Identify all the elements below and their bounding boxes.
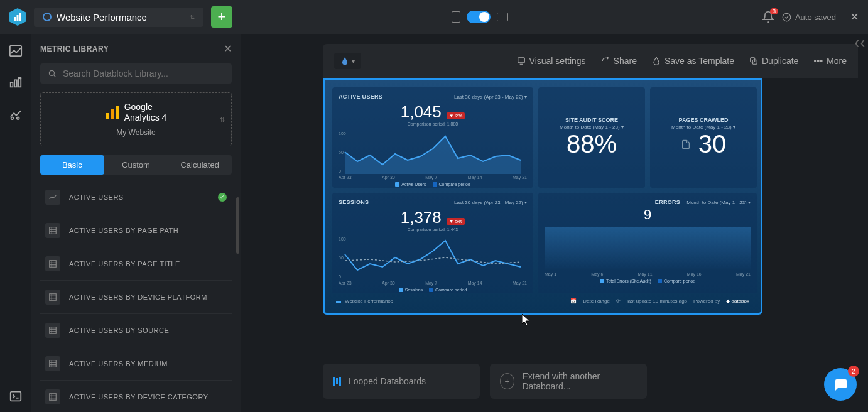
rail-users-icon[interactable] [9,107,23,121]
comparison-text: Comparison period: 1,443 [339,227,527,232]
period-selector[interactable]: Month to Date (May 1 - 23) ▾ [671,124,735,130]
notifications-button[interactable]: 3 [762,11,774,23]
extend-databoard-button[interactable]: + Extend with another Databoard... [490,364,647,399]
project-name-text: Website Performance [57,12,147,23]
metric-tabs: Basic Custom Calculated [40,155,232,175]
updown-icon: ⇅ [190,14,195,21]
board-toolbar: ▾ Visual settings Share Save as Template… [323,44,858,78]
chevron-down-icon: ▾ [352,58,355,65]
metric-item[interactable]: ACTIVE USERS BY PAGE TITLE [40,247,232,281]
bars-icon: ▬ [336,298,341,304]
app-logo[interactable] [9,8,26,26]
board-footer: ▬ Website Performance 📅 Date Range ⟳ las… [332,293,753,305]
databoard[interactable]: ACTIVE USERS Last 30 days (Apr 23 - May … [323,78,762,315]
source-product: Analytics 4 [124,112,167,123]
chat-button[interactable]: 2 [824,368,857,401]
share-button[interactable]: Share [601,56,637,66]
svg-rect-31 [50,360,57,367]
table-icon [45,256,60,271]
card-active-users[interactable]: ACTIVE USERS Last 30 days (Apr 23 - May … [332,87,533,188]
tab-basic[interactable]: Basic [40,155,104,175]
period-selector[interactable]: Last 30 days (Apr 23 - May 22) ▾ [454,200,527,205]
notif-badge: 3 [770,8,778,14]
svg-rect-15 [50,227,57,234]
metric-library-panel: METRIC LIBRARY ✕ Google Analytics 4 My W… [31,34,241,412]
table-icon [45,356,60,371]
svg-rect-1 [17,15,19,21]
card-sessions[interactable]: SESSIONS Last 30 days (Apr 23 - May 22) … [332,193,533,293]
rail-metrics-icon[interactable] [9,44,23,58]
metric-item[interactable]: ACTIVE USERS ✓ [40,181,232,214]
svg-text:100: 100 [339,237,346,241]
close-button[interactable]: ✕ [850,10,859,24]
metric-item[interactable]: ACTIVE USERS BY MEDIUM [40,347,232,381]
calendar-icon: 📅 [570,298,577,304]
change-badge: ▼5% [447,218,465,225]
chart-legend: Active Users Compare period [339,182,527,187]
library-close-button[interactable]: ✕ [224,43,232,55]
metric-item[interactable]: ACTIVE USERS BY DEVICE PLATFORM [40,281,232,314]
rail-console-icon[interactable] [9,389,23,403]
svg-rect-5 [10,82,13,87]
chart-legend: Total Errors (Site Audit) Compare period [545,279,751,283]
period-selector[interactable]: Last 30 days (Apr 23 - May 22) ▾ [454,94,527,100]
metric-item[interactable]: ACTIVE USERS BY SOURCE [40,314,232,347]
search-box[interactable] [40,63,232,84]
svg-rect-2 [19,13,21,21]
metric-list: ACTIVE USERS ✓ ACTIVE USERS BY PAGE PATH… [40,181,232,412]
visual-settings-button[interactable]: Visual settings [517,56,586,66]
search-input[interactable] [63,68,224,79]
mobile-icon[interactable] [452,11,460,23]
loop-icon [333,377,341,386]
cursor-icon [522,314,532,327]
databox-logo: ◆ databox [726,298,749,304]
device-preview-toggle [452,11,508,23]
device-switch[interactable] [467,11,491,23]
add-databoard-button[interactable]: + [211,6,232,28]
chart-legend: Sessions Compare period [339,288,527,292]
theme-dropdown[interactable]: ▾ [334,53,361,69]
desktop-icon[interactable] [497,13,508,21]
looped-databoards-button[interactable]: Looped Databoards [323,364,480,399]
duplicate-button[interactable]: Duplicate [749,56,798,66]
line-chart-icon [45,190,60,205]
period-selector[interactable]: Month to Date (May 1 - 23) ▾ [560,124,624,130]
x-axis-labels: Apr 23Apr 30May 7May 14May 21 [339,175,527,180]
project-selector[interactable]: Website Performance ⇅ [34,8,203,27]
svg-text:50: 50 [339,150,344,154]
svg-rect-6 [14,80,17,87]
chat-badge: 2 [848,366,859,377]
card-site-audit[interactable]: SITE AUDIT SCORE Month to Date (May 1 - … [538,87,645,188]
project-color-dot [43,13,52,21]
card-pages-crawled[interactable]: PAGES CRAWLED Month to Date (May 1 - 23)… [650,87,757,188]
tab-custom[interactable]: Custom [104,155,168,175]
period-selector[interactable]: Month to Date (May 1 - 23) ▾ [686,200,751,205]
area-chart [545,227,751,271]
rail-chart-icon[interactable] [9,75,23,89]
scrollbar[interactable] [236,197,239,254]
metric-value: 88% [567,130,617,158]
svg-rect-0 [14,17,16,21]
svg-rect-11 [10,392,21,401]
collapse-panel-button[interactable]: ❮❮ [854,39,865,47]
tab-calculated[interactable]: Calculated [168,155,232,175]
card-errors[interactable]: ERRORS Month to Date (May 1 - 23) ▾ 9 Ma… [538,193,757,293]
metric-item[interactable]: ACTIVE USERS BY PAGE PATH [40,214,232,247]
more-button[interactable]: ••• More [813,56,847,66]
canvas: ❮❮ ▾ Visual settings Share Save as Templ… [241,34,868,412]
left-rail [0,34,31,412]
library-title: METRIC LIBRARY [40,45,109,53]
svg-rect-43 [518,58,524,63]
change-badge: ▼2% [447,112,465,119]
svg-point-3 [783,13,791,21]
svg-marker-50 [345,136,521,174]
svg-point-9 [11,117,13,120]
droplet-icon [340,57,349,65]
svg-text:100: 100 [339,131,346,136]
save-template-button[interactable]: Save as Template [652,56,734,66]
metric-value: 1,378 [401,208,442,227]
metric-value: 1,045 [401,102,442,122]
check-icon: ✓ [218,193,227,202]
metric-item[interactable]: ACTIVE USERS BY DEVICE CATEGORY [40,381,232,412]
data-source-card[interactable]: Google Analytics 4 My Website ⇅ [40,92,232,146]
